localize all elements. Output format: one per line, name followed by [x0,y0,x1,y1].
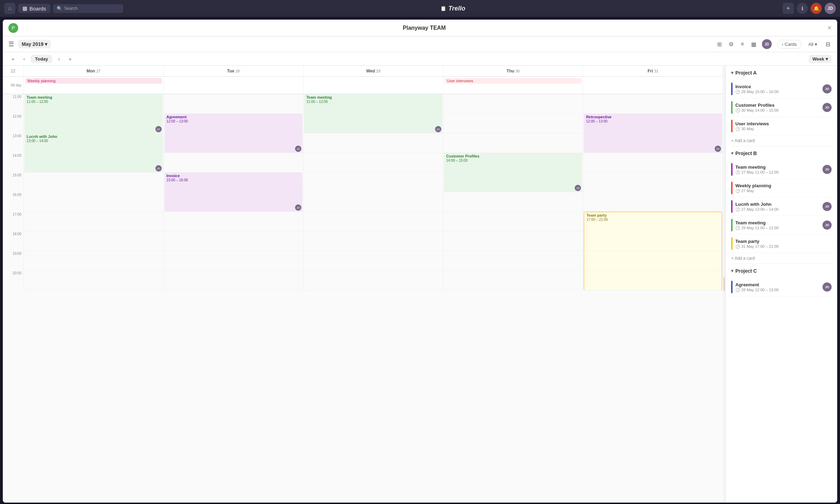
home-button[interactable]: ⌂ [4,3,15,14]
boards-label: Boards [29,6,46,12]
topbar-right: + ℹ 🔔 JD [783,3,836,14]
user-avatar[interactable]: JD [825,3,836,14]
trello-logo: 📋 Trello [126,5,780,12]
trello-logo-text: Trello [448,5,465,12]
boards-icon: ▦ [22,5,27,12]
notifications-button[interactable]: 🔔 [811,3,822,14]
search-placeholder: Search [64,6,78,11]
info-button[interactable]: ℹ [797,3,808,14]
boards-button[interactable]: ▦ Boards [18,4,50,13]
topbar: ⌂ ▦ Boards 🔍 Search 📋 Trello + ℹ 🔔 JD [0,0,840,17]
add-button[interactable]: + [783,3,794,14]
search-icon: 🔍 [57,6,62,11]
search-bar[interactable]: 🔍 Search [53,4,123,13]
